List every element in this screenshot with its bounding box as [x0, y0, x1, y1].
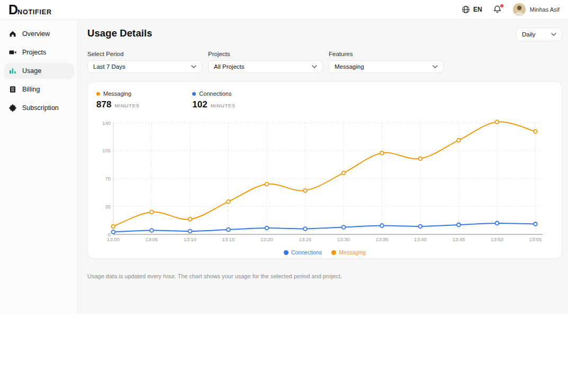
filters-row: Select Period Last 7 Days Projects All P… — [87, 51, 562, 73]
legend-item-messaging[interactable]: Messaging — [331, 249, 366, 256]
granularity-select-value: Daily — [522, 31, 536, 38]
stats-row: Messaging 878 MINUTES Connections 102 MI… — [88, 90, 562, 114]
sidebar-item-subscription[interactable]: Subscription — [4, 100, 74, 116]
usage-note: Usage data is updated every hour. The ch… — [87, 273, 562, 279]
user-menu[interactable]: Minhas Asif — [513, 3, 560, 16]
line-chart: 0357010514013:0013:0513:1013:1513:2013:2… — [88, 119, 562, 248]
filter-label: Projects — [208, 51, 323, 57]
filter-period: Select Period Last 7 Days — [87, 51, 202, 73]
usage-line-chart-svg: 0357010514013:0013:0513:1013:1513:2013:2… — [88, 119, 546, 246]
globe-icon — [462, 5, 470, 14]
legend-dot-icon — [331, 250, 336, 255]
page-title: Usage Details — [87, 28, 152, 39]
usage-chart-card: Messaging 878 MINUTES Connections 102 MI… — [87, 81, 562, 259]
legend-label: Connections — [291, 249, 322, 256]
projects-icon — [8, 48, 17, 57]
legend-label: Messaging — [339, 249, 366, 256]
sidebar-item-label: Projects — [22, 49, 46, 56]
svg-text:13:25: 13:25 — [299, 236, 312, 242]
notifications-button[interactable] — [493, 5, 502, 14]
legend-item-connections[interactable]: Connections — [284, 249, 322, 256]
filter-projects: Projects All Projects — [208, 51, 323, 73]
main-content: Usage Details Daily Select Period Last 7… — [78, 20, 568, 314]
chevron-down-icon — [191, 65, 196, 68]
language-label: EN — [473, 6, 482, 13]
stat-unit: MINUTES — [211, 103, 236, 108]
svg-text:13:00: 13:00 — [107, 236, 120, 242]
sidebar-item-projects[interactable]: Projects — [4, 44, 74, 60]
svg-text:13:20: 13:20 — [260, 236, 273, 242]
filter-label: Select Period — [87, 51, 202, 57]
stat-connections: Connections 102 MINUTES — [192, 90, 235, 114]
connections-dot-icon — [192, 92, 196, 96]
top-bar-actions: EN Minhas Asif — [462, 3, 560, 16]
svg-text:13:05: 13:05 — [146, 236, 158, 242]
svg-text:13:10: 13:10 — [184, 236, 196, 242]
top-bar: D NOTIFIER EN — [0, 0, 568, 20]
svg-text:13:45: 13:45 — [453, 236, 465, 242]
legend-dot-icon — [284, 250, 288, 255]
notification-badge — [500, 4, 503, 7]
svg-text:13:35: 13:35 — [376, 236, 389, 242]
stat-label: Connections — [199, 90, 231, 97]
chevron-down-icon — [432, 65, 438, 68]
chevron-down-icon — [551, 33, 556, 36]
sidebar-item-label: Subscription — [22, 104, 59, 112]
app-logo[interactable]: D NOTIFIER — [8, 2, 52, 17]
filter-features: Features Messaging — [329, 51, 444, 73]
svg-text:140: 140 — [102, 120, 111, 126]
user-name: Minhas Asif — [530, 6, 560, 13]
svg-text:105: 105 — [102, 148, 111, 153]
language-switcher[interactable]: EN — [462, 5, 482, 14]
granularity-select[interactable]: Daily — [516, 28, 562, 41]
features-select-value: Messaging — [335, 63, 364, 70]
stat-value: 878 — [96, 99, 111, 110]
features-select[interactable]: Messaging — [329, 60, 444, 73]
usage-bars-icon — [8, 67, 17, 75]
sidebar-item-label: Overview — [22, 30, 50, 38]
sidebar-item-overview[interactable]: Overview — [4, 26, 74, 42]
svg-text:13:55: 13:55 — [529, 236, 542, 242]
sidebar: Overview Projects Usage Billing — [0, 20, 78, 314]
filter-label: Features — [329, 51, 444, 57]
stat-label: Messaging — [103, 90, 131, 97]
svg-text:13:15: 13:15 — [222, 236, 235, 242]
svg-text:70: 70 — [105, 176, 111, 181]
projects-select[interactable]: All Projects — [208, 60, 323, 73]
svg-text:13:40: 13:40 — [414, 236, 427, 242]
stat-value: 102 — [192, 99, 207, 110]
puzzle-icon — [8, 104, 17, 112]
stat-messaging: Messaging 878 MINUTES — [96, 90, 139, 114]
stat-unit: MINUTES — [114, 103, 139, 108]
projects-select-value: All Projects — [214, 63, 245, 70]
svg-text:13:30: 13:30 — [337, 236, 350, 242]
avatar — [513, 3, 526, 16]
chevron-down-icon — [312, 65, 317, 68]
sidebar-item-usage[interactable]: Usage — [4, 63, 74, 79]
logo-text: NOTIFIER — [17, 8, 52, 16]
sidebar-item-label: Billing — [22, 86, 40, 93]
svg-text:13:50: 13:50 — [491, 236, 503, 242]
period-select[interactable]: Last 7 Days — [87, 60, 202, 73]
messaging-dot-icon — [96, 92, 100, 96]
logo-letter: D — [8, 2, 17, 17]
svg-text:35: 35 — [105, 204, 111, 209]
sidebar-item-billing[interactable]: Billing — [4, 81, 74, 97]
billing-icon — [8, 85, 17, 94]
period-select-value: Last 7 Days — [93, 63, 125, 70]
home-icon — [8, 30, 17, 38]
chart-legend: Connections Messaging — [88, 249, 562, 256]
sidebar-item-label: Usage — [22, 67, 41, 75]
